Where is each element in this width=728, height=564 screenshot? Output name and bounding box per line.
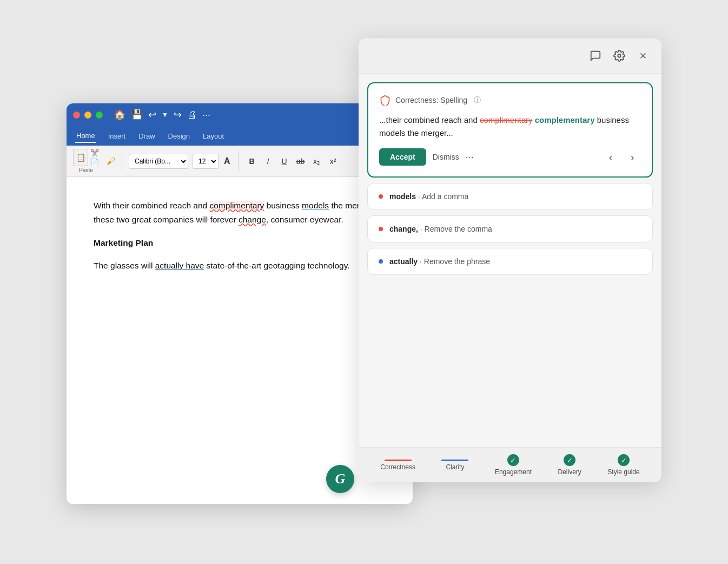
correct-word: complementary	[535, 115, 595, 124]
preview-prefix: ...their combined reach and	[379, 115, 478, 124]
font-size-increase-icon[interactable]: A	[223, 156, 231, 166]
suggestion-card-change[interactable]: change, · Remove the comma	[367, 215, 653, 242]
dismiss-button[interactable]: Dismiss	[433, 153, 459, 161]
suggestion-card-actually[interactable]: actually · Remove the phrase	[367, 248, 653, 275]
svg-point-0	[618, 54, 621, 57]
font-family-select[interactable]: Calibri (Bo...	[129, 154, 188, 169]
paragraph-marketing-heading: Marketing Plan	[94, 236, 386, 250]
subscript-button[interactable]: x₂	[310, 154, 324, 168]
panel-body: Correctness: Spelling ⓘ ...their combine…	[359, 74, 661, 447]
misspelled-word: complimentary	[210, 201, 264, 210]
format-paint-icon[interactable]: 🖌	[107, 156, 115, 166]
tab-insert[interactable]: Insert	[107, 130, 127, 142]
more-button[interactable]: ···	[466, 152, 474, 163]
card-header: Correctness: Spelling ⓘ	[379, 94, 641, 106]
tab-engagement[interactable]: ✓ Engagement	[495, 454, 532, 476]
engagement-check: ✓	[507, 454, 519, 466]
strikethrough-button[interactable]: ab	[294, 154, 308, 168]
paragraph-1: With their combined reach and compliment…	[94, 199, 386, 227]
copy-icon[interactable]: 📄	[90, 158, 99, 166]
panel-header	[359, 38, 661, 74]
bold-button[interactable]: B	[245, 154, 259, 168]
cut-icon[interactable]: ✂️	[90, 149, 99, 157]
underlined-change: change	[239, 215, 266, 224]
suggestion-key-1: models	[389, 192, 416, 201]
word-text: With their combined reach and compliment…	[94, 199, 386, 273]
format-divider-2	[238, 151, 239, 172]
wrong-word: complimentary	[480, 115, 533, 124]
italic-button[interactable]: I	[261, 154, 275, 168]
format-divider-1	[122, 151, 122, 172]
close-icon[interactable]	[636, 48, 651, 63]
print-icon[interactable]: 🖨	[187, 109, 197, 121]
card-preview-text: ...their combined reach and complimentar…	[379, 114, 641, 140]
delivery-check: ✓	[564, 454, 575, 466]
font-size-select[interactable]: 12	[193, 154, 219, 169]
undo-arrow-icon[interactable]: ▼	[162, 111, 168, 119]
chat-icon[interactable]	[588, 48, 603, 63]
underlined-models: models	[302, 201, 329, 210]
paste-section: 📋 ✂️ 📄 Paste	[73, 149, 99, 173]
dot-red-2	[379, 227, 383, 231]
style-guide-label: Style guide	[607, 468, 639, 476]
suggestion-desc-2: · Remove the comma	[420, 225, 492, 233]
correctness-label: Correctness	[380, 463, 415, 471]
tab-design[interactable]: Design	[167, 130, 191, 142]
card-actions: Accept Dismiss ··· ‹ ›	[379, 148, 641, 166]
tab-layout[interactable]: Layout	[202, 130, 225, 142]
suggestion-text-3: actually · Remove the phrase	[389, 257, 490, 266]
settings-icon[interactable]	[612, 48, 627, 63]
card-category: Correctness: Spelling	[395, 96, 467, 104]
paragraph-2: The glasses will actually have state-of-…	[94, 259, 386, 273]
style-guide-check: ✓	[618, 454, 630, 466]
engagement-label: Engagement	[495, 468, 532, 476]
suggestion-text-1: models · Add a comma	[389, 192, 468, 201]
accept-button[interactable]: Accept	[379, 148, 426, 166]
correctness-indicator	[385, 460, 412, 461]
tab-draw[interactable]: Draw	[137, 130, 156, 142]
paste-label: Paste	[79, 167, 93, 173]
save-icon[interactable]: 💾	[131, 109, 143, 121]
tab-clarity[interactable]: Clarity	[441, 460, 468, 471]
suggestion-key-2: change,	[389, 225, 418, 233]
delivery-label: Delivery	[558, 468, 581, 476]
traffic-light-yellow[interactable]	[84, 112, 91, 119]
redo-icon[interactable]: ↪	[174, 109, 182, 121]
traffic-light-green[interactable]	[96, 112, 103, 119]
suggestion-desc-1: · Add a comma	[418, 192, 468, 201]
dot-blue-1	[379, 259, 383, 264]
active-suggestion-card[interactable]: Correctness: Spelling ⓘ ...their combine…	[367, 82, 653, 178]
suggestion-text-2: change, · Remove the comma	[389, 225, 492, 233]
prev-arrow[interactable]: ‹	[602, 148, 619, 166]
suggestion-card-models[interactable]: models · Add a comma	[367, 183, 653, 210]
tab-style-guide[interactable]: ✓ Style guide	[607, 454, 639, 476]
shield-icon	[379, 94, 391, 106]
suggestion-key-3: actually	[389, 257, 418, 266]
paste-icon[interactable]: 📋	[73, 149, 88, 166]
traffic-light-red[interactable]	[73, 112, 80, 119]
marketing-plan-heading: Marketing Plan	[94, 238, 153, 247]
grammarly-fab[interactable]: G	[326, 465, 354, 493]
underlined-actually: actually have	[155, 261, 204, 270]
word-toolbar-icons: 🏠 💾 ↩ ▼ ↪ 🖨 ···	[114, 109, 210, 121]
underline-button[interactable]: U	[277, 154, 292, 168]
home-icon[interactable]: 🏠	[114, 109, 125, 121]
tab-correctness[interactable]: Correctness	[380, 460, 415, 471]
grammarly-logo: G	[335, 471, 346, 487]
tab-home[interactable]: Home	[75, 129, 96, 143]
info-icon[interactable]: ⓘ	[474, 95, 481, 105]
dot-red-1	[379, 194, 383, 199]
tab-delivery[interactable]: ✓ Delivery	[558, 454, 581, 476]
undo-icon[interactable]: ↩	[148, 109, 156, 121]
suggestion-desc-3: · Remove the phrase	[420, 257, 490, 266]
panel-footer: Correctness Clarity ✓ Engagement ✓ Deliv…	[359, 447, 661, 482]
clarity-label: Clarity	[446, 463, 464, 471]
grammarly-panel: Correctness: Spelling ⓘ ...their combine…	[359, 38, 661, 482]
more-options-icon[interactable]: ···	[202, 109, 210, 121]
nav-arrows: ‹ ›	[602, 148, 641, 166]
format-buttons: B I U ab x₂ x²	[245, 154, 340, 168]
next-arrow[interactable]: ›	[624, 148, 641, 166]
superscript-button[interactable]: x²	[326, 154, 340, 168]
clarity-indicator	[441, 460, 468, 461]
